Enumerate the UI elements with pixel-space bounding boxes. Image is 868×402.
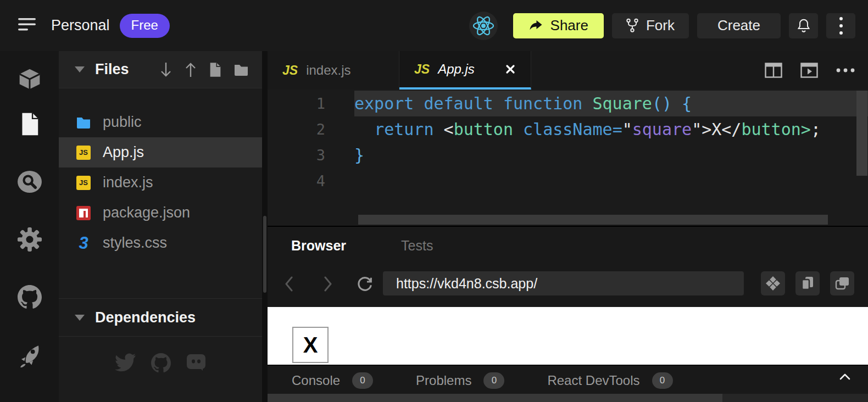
files-scrollbar-thumb[interactable]: [263, 216, 266, 293]
code-token: <: [434, 120, 454, 139]
code-token: return: [374, 120, 433, 139]
file-name: public: [103, 114, 142, 131]
js-icon: JS: [282, 63, 298, 78]
share-button[interactable]: Share: [513, 13, 604, 38]
folder-icon: [76, 115, 91, 130]
open-in-new-window-icon[interactable]: [830, 271, 854, 295]
fork-button[interactable]: Fork: [612, 13, 689, 38]
line-number: 4: [268, 172, 325, 189]
file-item-styles.css[interactable]: 3styles.css: [59, 228, 262, 258]
share-icon: [528, 19, 543, 32]
url-input[interactable]: [383, 271, 744, 295]
refresh-icon[interactable]: [355, 275, 374, 293]
console-bar: Console0Problems0React DevTools0: [268, 365, 868, 395]
github-link-icon[interactable]: [151, 353, 171, 373]
code-token: ">X</: [692, 120, 741, 139]
code-token: default: [424, 94, 493, 113]
code-token: export: [354, 94, 414, 113]
code-token: [354, 120, 374, 139]
expand-console-icon[interactable]: [838, 372, 852, 383]
close-tab-icon[interactable]: [505, 64, 516, 75]
menu-icon[interactable]: [18, 18, 37, 34]
line-content: }: [354, 142, 868, 168]
line-number: 3: [268, 147, 325, 164]
download-icon[interactable]: [159, 62, 173, 78]
new-file-icon[interactable]: [209, 62, 222, 77]
npm-icon: [76, 205, 91, 221]
devtools-diamonds-icon[interactable]: [761, 271, 785, 295]
back-icon[interactable]: [283, 275, 295, 293]
plan-badge: Free: [120, 14, 170, 38]
preview-pane-icon[interactable]: [800, 63, 818, 78]
social-links: [59, 353, 262, 373]
file-item-index.js[interactable]: JSindex.js: [59, 168, 262, 198]
more-menu-button[interactable]: [826, 13, 855, 38]
code-token: [414, 94, 424, 113]
kebab-menu-icon: [839, 16, 843, 35]
dependencies-title: Dependencies: [95, 309, 196, 326]
browser-tab-browser[interactable]: Browser: [291, 238, 346, 254]
gear-icon[interactable]: [17, 227, 42, 252]
line-number: 2: [268, 121, 325, 138]
files-explorer-icon[interactable]: [17, 111, 42, 137]
editor-tab-index.js[interactable]: JSindex.js: [268, 51, 399, 90]
code-token: }: [354, 146, 364, 165]
code-token: [513, 120, 523, 139]
count-badge: 0: [352, 372, 373, 389]
console-tab-label: Console: [292, 373, 340, 388]
console-hscrollbar-thumb[interactable]: [268, 394, 722, 402]
rocket-icon[interactable]: [17, 342, 42, 367]
browser-tab-tests[interactable]: Tests: [401, 238, 433, 254]
line-number: 1: [268, 95, 325, 112]
editor-vscrollbar-thumb[interactable]: [856, 91, 867, 176]
editor-tab-bar: JSindex.jsJSApp.js: [268, 51, 868, 90]
console-tab-console[interactable]: Console0: [292, 372, 373, 389]
editor-hscrollbar-thumb[interactable]: [358, 215, 828, 225]
collapse-dependencies-icon[interactable]: [75, 315, 85, 321]
new-folder-icon[interactable]: [233, 63, 249, 76]
create-button[interactable]: Create: [697, 13, 781, 38]
console-tab-problems[interactable]: Problems0: [416, 372, 504, 389]
file-name: styles.css: [103, 235, 167, 252]
code-token: ": [622, 120, 632, 139]
count-badge: 0: [483, 372, 504, 389]
code-token: ;: [811, 120, 821, 139]
editor-tab-App.js[interactable]: JSApp.js: [399, 51, 531, 90]
file-item-public[interactable]: public: [59, 107, 262, 137]
console-tab-react-devtools[interactable]: React DevTools0: [547, 372, 672, 389]
browser-panel: BrowserTests X Console0Problems0React De…: [268, 226, 868, 402]
create-label: Create: [717, 17, 760, 34]
files-panel: Files publicJSApp.jsJSindex.jspackage.js…: [59, 51, 262, 402]
console-hscrollbar: [268, 394, 868, 402]
split-view-icon[interactable]: [765, 63, 782, 78]
code-token: (): [652, 94, 672, 113]
file-list: publicJSApp.jsJSindex.jspackage.json3sty…: [59, 88, 262, 258]
files-panel-header: Files: [59, 51, 262, 88]
sandbox-info-box-icon[interactable]: [17, 66, 42, 92]
tab-label: index.js: [306, 63, 350, 78]
search-icon[interactable]: [17, 169, 42, 194]
file-item-package.json[interactable]: package.json: [59, 198, 262, 228]
workspace-name[interactable]: Personal: [51, 17, 110, 34]
code-line: 2 return <button className="square">X</b…: [268, 116, 868, 142]
code-token: className: [523, 120, 613, 139]
preview-square-button[interactable]: X: [292, 327, 329, 363]
github-icon[interactable]: [17, 284, 42, 310]
code-token: [582, 94, 592, 113]
editor-more-icon[interactable]: [836, 68, 855, 72]
collapse-files-icon[interactable]: [75, 66, 85, 72]
forward-icon[interactable]: [322, 275, 334, 293]
count-badge: 0: [652, 372, 673, 389]
upload-icon[interactable]: [184, 62, 197, 78]
discord-icon[interactable]: [186, 353, 206, 373]
code-area[interactable]: 1export default function Square() {2 ret…: [268, 90, 868, 226]
file-item-App.js[interactable]: JSApp.js: [59, 137, 262, 168]
copy-url-icon[interactable]: [795, 271, 820, 295]
console-tab-label: React DevTools: [547, 373, 639, 388]
bell-icon: [797, 18, 811, 34]
notifications-button[interactable]: [789, 13, 818, 38]
line-content: [354, 168, 868, 194]
twitter-icon[interactable]: [115, 353, 136, 373]
dependencies-header[interactable]: Dependencies: [59, 298, 262, 337]
code-token: square: [632, 120, 692, 139]
